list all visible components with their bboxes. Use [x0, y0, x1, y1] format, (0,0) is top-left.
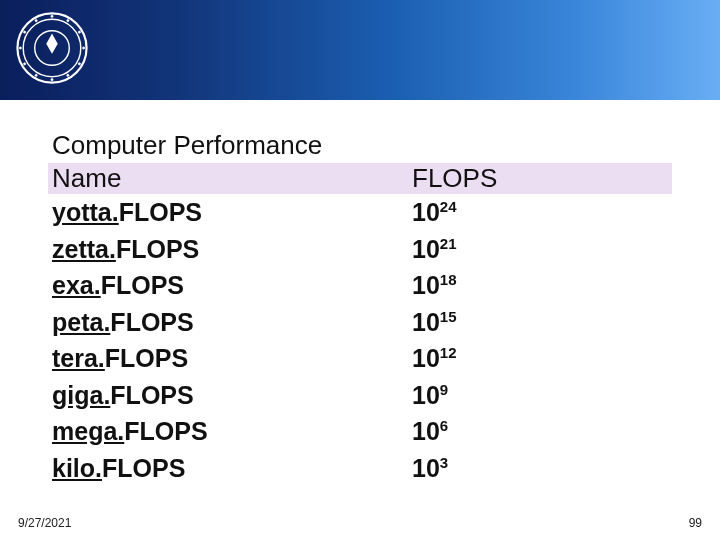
name-cell: yotta.FLOPS — [52, 196, 412, 229]
table-row: peta.FLOPS1015 — [48, 304, 672, 341]
flops-exponent: 24 — [440, 198, 457, 215]
name-suffix: FLOPS — [105, 344, 188, 372]
name-cell: peta.FLOPS — [52, 306, 412, 339]
name-cell: zetta.FLOPS — [52, 233, 412, 266]
flops-base: 10 — [412, 308, 440, 336]
name-cell: mega.FLOPS — [52, 415, 412, 448]
flops-cell: 106 — [412, 415, 668, 448]
svg-point-12 — [19, 47, 21, 49]
name-suffix: FLOPS — [110, 308, 193, 336]
section-title: Computer Performance — [48, 130, 672, 163]
name-prefix: tera. — [52, 344, 105, 372]
name-suffix: FLOPS — [102, 454, 185, 482]
flops-base: 10 — [412, 235, 440, 263]
flops-exponent: 15 — [440, 307, 457, 324]
slide: Computer Performance Name FLOPS yotta.FL… — [0, 0, 720, 540]
flops-base: 10 — [412, 417, 440, 445]
flops-cell: 1012 — [412, 342, 668, 375]
name-suffix: FLOPS — [116, 235, 199, 263]
footer-page: 99 — [689, 516, 702, 530]
table-row: mega.FLOPS106 — [48, 413, 672, 450]
flops-base: 10 — [412, 271, 440, 299]
name-suffix: FLOPS — [110, 381, 193, 409]
flops-cell: 1021 — [412, 233, 668, 266]
name-prefix: peta. — [52, 308, 110, 336]
svg-point-4 — [67, 20, 69, 22]
flops-exponent: 6 — [440, 417, 448, 434]
flops-base: 10 — [412, 344, 440, 372]
name-cell: giga.FLOPS — [52, 379, 412, 412]
table-header: Name FLOPS — [48, 163, 672, 194]
flops-cell: 103 — [412, 452, 668, 485]
name-prefix: giga. — [52, 381, 110, 409]
name-prefix: kilo. — [52, 454, 102, 482]
flops-exponent: 9 — [440, 380, 448, 397]
svg-point-9 — [51, 79, 53, 81]
flops-exponent: 12 — [440, 344, 457, 361]
footer-date: 9/27/2021 — [18, 516, 71, 530]
name-cell: tera.FLOPS — [52, 342, 412, 375]
name-cell: kilo.FLOPS — [52, 452, 412, 485]
flops-cell: 109 — [412, 379, 668, 412]
name-prefix: exa. — [52, 271, 101, 299]
name-prefix: mega. — [52, 417, 124, 445]
svg-point-6 — [83, 47, 85, 49]
svg-point-7 — [78, 63, 80, 65]
flops-base: 10 — [412, 198, 440, 226]
table-row: yotta.FLOPS1024 — [48, 194, 672, 231]
svg-point-10 — [35, 74, 37, 76]
svg-point-11 — [24, 63, 26, 65]
content-area: Computer Performance Name FLOPS yotta.FL… — [48, 130, 672, 486]
flops-cell: 1015 — [412, 306, 668, 339]
table-row: exa.FLOPS1018 — [48, 267, 672, 304]
flops-exponent: 3 — [440, 453, 448, 470]
name-suffix: FLOPS — [119, 198, 202, 226]
table-body: yotta.FLOPS1024zetta.FLOPS1021exa.FLOPS1… — [48, 194, 672, 486]
table-row: zetta.FLOPS1021 — [48, 231, 672, 268]
name-suffix: FLOPS — [124, 417, 207, 445]
header-bar — [0, 0, 720, 100]
svg-point-14 — [35, 20, 37, 22]
flops-exponent: 21 — [440, 234, 457, 251]
name-prefix: zetta. — [52, 235, 116, 263]
flops-base: 10 — [412, 381, 440, 409]
svg-point-3 — [51, 15, 53, 17]
column-header-flops: FLOPS — [412, 163, 668, 194]
table-row: tera.FLOPS1012 — [48, 340, 672, 377]
name-cell: exa.FLOPS — [52, 269, 412, 302]
flops-cell: 1024 — [412, 196, 668, 229]
table-row: kilo.FLOPS103 — [48, 450, 672, 487]
flops-cell: 1018 — [412, 269, 668, 302]
university-seal-icon — [16, 12, 88, 84]
flops-base: 10 — [412, 454, 440, 482]
svg-point-13 — [24, 31, 26, 33]
column-header-name: Name — [52, 163, 412, 194]
svg-point-5 — [78, 31, 80, 33]
table-row: giga.FLOPS109 — [48, 377, 672, 414]
name-suffix: FLOPS — [101, 271, 184, 299]
flops-exponent: 18 — [440, 271, 457, 288]
name-prefix: yotta. — [52, 198, 119, 226]
svg-point-8 — [67, 74, 69, 76]
